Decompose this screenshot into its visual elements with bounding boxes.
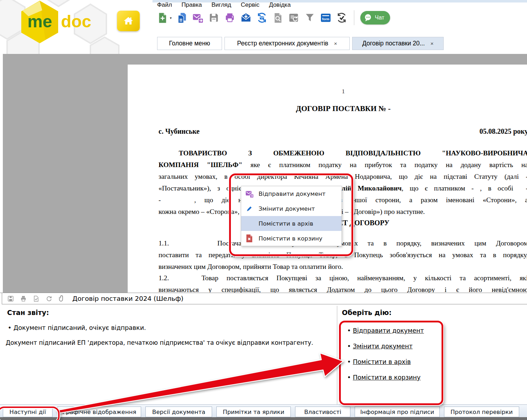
actions-annotation: • Відправити документ • Змінити документ… <box>339 321 443 405</box>
clause-line: 1.2. Товар поставляється Покупцеві за ці… <box>159 274 527 282</box>
bullet: • <box>347 327 351 334</box>
attachment-icon[interactable] <box>58 295 65 302</box>
bottom-panel: Договір поставки 2024 (Шельф) Стан звіту… <box>0 293 527 405</box>
tab-label: Головне меню <box>169 40 210 47</box>
bottom-tab-label: Примітки та ярлики <box>223 409 284 415</box>
bottom-tab-label: Графічне відображення <box>62 409 136 415</box>
next-actions-tab-annotation <box>0 407 60 420</box>
document-recheck-icon[interactable] <box>287 11 300 25</box>
bottom-tab-bar: Наступні дії Графічне відображення Версі… <box>0 404 527 418</box>
new-document-icon[interactable] <box>156 11 169 25</box>
tab-close-icon[interactable]: × <box>431 40 434 46</box>
action-heading: Оберіть дію: <box>342 309 392 316</box>
action-edit-document-link[interactable]: Змінити документ <box>353 343 413 350</box>
menu-service[interactable]: Сервіс <box>241 1 260 9</box>
save-icon[interactable] <box>207 11 220 25</box>
chat-button-label: Чат <box>375 15 384 21</box>
logo-me-text: me <box>27 12 52 31</box>
menu-help[interactable]: Довідка <box>269 1 290 9</box>
document-date: 05.08.2025 року <box>479 127 527 136</box>
paragraph-line: ТОВАРИСТВО З ОБМЕЖЕНОЮ ВІДПОВІДАЛЬНІСТЮ … <box>159 149 527 158</box>
bottom-tab-label: Інформація про підписи <box>360 409 434 415</box>
home-button[interactable] <box>117 11 140 31</box>
svg-text:form: form <box>322 17 329 21</box>
receive-messages-icon[interactable] <box>239 11 252 25</box>
bullet: • <box>347 358 351 365</box>
context-menu-annotation <box>229 173 353 256</box>
document-place: с. Чубинське <box>159 127 527 136</box>
bullet: • <box>347 374 351 381</box>
logo-doc-text: doc <box>61 12 91 31</box>
action-row: • Помістити в архів <box>347 358 411 365</box>
save-icon[interactable] <box>7 295 14 302</box>
panel-toolbar: Договір поставки 2024 (Шельф) <box>2 293 527 304</box>
panel-divider <box>337 306 337 405</box>
tab-close-icon[interactable]: × <box>334 40 337 46</box>
verify-icon[interactable] <box>335 11 348 25</box>
panel-document-title: Договір поставки 2024 (Шельф) <box>72 295 183 302</box>
bottom-tab-label: Протокол перевірки <box>450 409 513 415</box>
window-bottom-edge <box>0 417 527 420</box>
menu-bar: Файл Правка Вигляд Сервіс Довідка <box>157 1 291 9</box>
document-title: ДОГОВІР ПОСТАВКИ № - <box>159 104 527 113</box>
bottom-tab-signature-info[interactable]: Інформація про підписи <box>355 407 440 417</box>
new-document-dropdown-icon[interactable]: ▾ <box>170 16 172 20</box>
document-search-icon[interactable] <box>271 11 284 25</box>
tab-supply-contract[interactable]: Договір поставки 20... × <box>352 37 444 50</box>
clause-line: визначаються у специфікації, що являєтьс… <box>159 286 527 293</box>
status-bullet-line: • Документ підписаний, очікує відправки. <box>8 324 146 331</box>
bottom-tab-label: Властивості <box>304 409 341 415</box>
status-heading: Стан звіту: <box>7 309 49 316</box>
send-document-icon[interactable] <box>192 11 204 25</box>
medoc-window: { "app": { "logo": {"me": "me", "doc": "… <box>0 0 527 420</box>
chat-button[interactable]: Чат <box>360 11 390 24</box>
form-view-icon[interactable]: form <box>319 11 332 25</box>
clause-line: визначених цим Договором, прийняти Товар… <box>159 262 527 271</box>
refresh-icon[interactable] <box>45 295 52 302</box>
tab-document-register[interactable]: Реєстр електронних документів × <box>224 37 350 50</box>
send-receive-exchange-icon[interactable] <box>255 11 268 25</box>
action-row: • Відправити документ <box>347 327 424 334</box>
bottom-tab-properties[interactable]: Властивості <box>295 407 350 417</box>
tab-label: Договір поставки 20... <box>362 40 425 47</box>
home-icon <box>123 16 134 26</box>
toolbar-separator <box>354 10 354 25</box>
action-send-document-link[interactable]: Відправити документ <box>353 327 424 334</box>
tab-label: Реєстр електронних документів <box>237 40 328 47</box>
status-detail: Документ підписаний ЕП 'директора, печат… <box>6 339 313 346</box>
tab-main-menu[interactable]: Головне меню <box>157 37 222 50</box>
action-move-to-trash-link[interactable]: Помістити в корзину <box>353 374 421 381</box>
main-toolbar: ▾ form Чат <box>156 10 390 26</box>
bottom-tab-label: Версії документа <box>152 409 205 415</box>
print-icon[interactable] <box>223 11 236 25</box>
bullet: • <box>347 343 351 350</box>
action-move-to-archive-link[interactable]: Помістити в архів <box>353 358 411 365</box>
bottom-tab-document-versions[interactable]: Версії документа <box>145 407 212 417</box>
action-row: • Помістити в корзину <box>347 374 421 381</box>
page-number: 1 <box>159 87 527 96</box>
document-check-icon[interactable] <box>33 295 39 302</box>
menu-edit[interactable]: Правка <box>182 1 202 9</box>
copy-document-icon[interactable] <box>176 11 188 25</box>
menu-file[interactable]: Файл <box>157 1 172 9</box>
filter-icon[interactable] <box>303 11 316 25</box>
action-row: • Змінити документ <box>347 343 412 350</box>
bottom-tab-graphic-view[interactable]: Графічне відображення <box>57 407 141 417</box>
paragraph-line: КОМПАНІЯ "ШЕЛЬФ" яке є платником податку… <box>159 161 527 169</box>
chat-bubble-icon <box>364 13 372 22</box>
print-icon[interactable] <box>20 295 27 302</box>
status-text: Документ підписаний, очікує відправки. <box>13 324 146 331</box>
bottom-tab-notes-labels[interactable]: Примітки та ярлики <box>216 407 291 417</box>
menu-view[interactable]: Вигляд <box>211 1 231 9</box>
bottom-tab-verification-protocol[interactable]: Протокол перевірки <box>444 407 519 417</box>
bullet: • <box>8 324 11 331</box>
